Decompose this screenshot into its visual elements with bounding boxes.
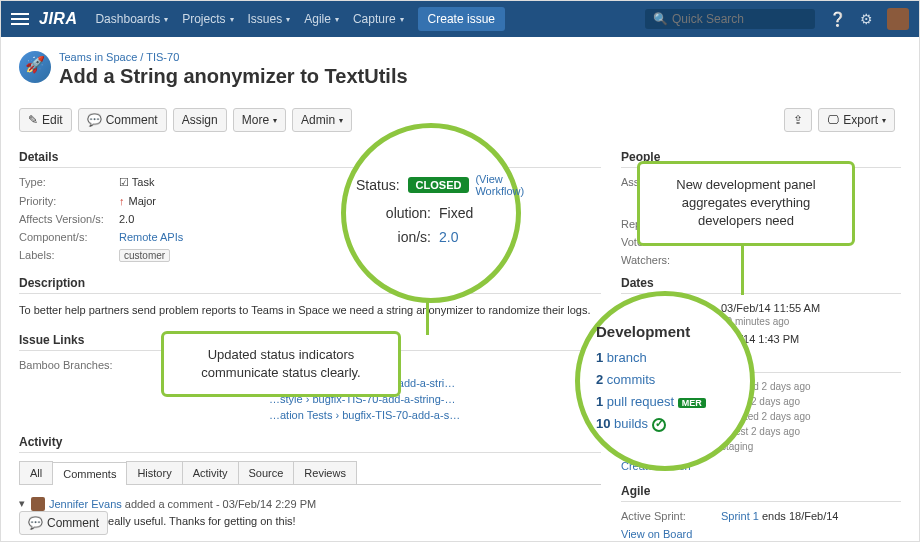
user-avatar[interactable]	[887, 8, 909, 30]
labels-label: Labels:	[19, 249, 119, 262]
affects-value: 2.0	[119, 213, 134, 225]
check-icon	[652, 418, 666, 432]
more-button[interactable]: More▾	[233, 108, 286, 132]
components-label: Component/s:	[19, 231, 119, 243]
search-icon: 🔍	[653, 12, 668, 26]
details-heading: Details	[19, 150, 601, 168]
edit-button[interactable]: ✎ Edit	[19, 108, 72, 132]
affects-label: Affects Version/s:	[19, 213, 119, 225]
callout-status-circle: Status:CLOSED(View Workflow) olution:Fix…	[341, 123, 521, 303]
view-on-board-link[interactable]: View on Board	[621, 528, 901, 540]
description-text: To better help partners send problem rep…	[19, 302, 601, 319]
chevron-down-icon: ▾	[335, 15, 339, 24]
logo-text: JIRA	[39, 10, 77, 27]
created-value: 03/Feb/14 11:55 AM	[721, 302, 820, 314]
resolution-value: Fixed	[439, 205, 473, 221]
nav-capture[interactable]: Capture▾	[353, 12, 404, 26]
sprint-link[interactable]: Sprint 1	[721, 510, 759, 522]
fixversion-label: ion/s:	[356, 229, 431, 245]
breadcrumb-key[interactable]: TIS-70	[146, 51, 179, 63]
comment-meta: added a comment - 03/Feb/14 2:29 PM	[125, 498, 316, 510]
fixversion-value[interactable]: 2.0	[439, 229, 458, 245]
resolution-label: olution:	[356, 205, 431, 221]
tab-all[interactable]: All	[19, 461, 53, 484]
dev-side-l2: Latest 2 days ago	[721, 426, 901, 437]
bamboo-link-3[interactable]: …ation Tests › bugfix-TIS-70-add-a-s…	[269, 409, 601, 421]
label-tag[interactable]: customer	[119, 249, 170, 262]
active-sprint-label: Active Sprint:	[621, 510, 721, 522]
created-rel: 30 minutes ago	[721, 316, 901, 327]
tab-source[interactable]: Source	[238, 461, 295, 484]
share-button[interactable]: ⇪	[784, 108, 812, 132]
sprint-end: ends 18/Feb/14	[762, 510, 838, 522]
admin-button[interactable]: Admin▾	[292, 108, 352, 132]
search-input[interactable]	[672, 12, 807, 26]
priority-icon: ↑	[119, 195, 125, 207]
chevron-down-icon: ▾	[400, 15, 404, 24]
nav-issues[interactable]: Issues▾	[248, 12, 291, 26]
tab-comments[interactable]: Comments	[52, 462, 127, 485]
chevron-down-icon: ▾	[286, 15, 290, 24]
chevron-down-icon: ▾	[230, 15, 234, 24]
dev-pr-row[interactable]: 1 pull request MER	[596, 394, 740, 409]
breadcrumb-project[interactable]: Teams in Space	[59, 51, 137, 63]
callout-status-text: Updated status indicators communicate st…	[161, 331, 401, 397]
activity-tabs: All Comments History Activity Source Rev…	[19, 461, 601, 485]
callout-dev-circle: Development 1 branch 2 commits 1 pull re…	[575, 291, 755, 471]
export-button[interactable]: 🖵 Export▾	[818, 108, 895, 132]
topbar: JIRA Dashboards▾ Projects▾ Issues▾ Agile…	[1, 1, 919, 37]
comment-author[interactable]: Jennifer Evans	[49, 498, 122, 510]
callout-dev-text: New development panel aggregates everyth…	[637, 161, 855, 246]
create-issue-button[interactable]: Create issue	[418, 7, 505, 31]
help-icon[interactable]: ❔	[829, 11, 846, 27]
nav-agile[interactable]: Agile▾	[304, 12, 339, 26]
dev-commits-row[interactable]: 2 commits	[596, 372, 740, 387]
tab-history[interactable]: History	[126, 461, 182, 484]
nav-dashboards[interactable]: Dashboards▾	[95, 12, 168, 26]
chevron-down-icon: ▾	[882, 116, 886, 125]
tab-activity[interactable]: Activity	[182, 461, 239, 484]
logo: JIRA	[39, 10, 77, 28]
nav-projects[interactable]: Projects▾	[182, 12, 233, 26]
quick-search[interactable]: 🔍	[645, 9, 815, 29]
type-label: Type:	[19, 176, 119, 189]
dev-builds-row[interactable]: 10 builds	[596, 416, 740, 432]
watchers-label: Watchers:	[621, 254, 721, 266]
comment-button[interactable]: 💬 Comment	[78, 108, 167, 132]
chevron-down-icon: ▾	[339, 116, 343, 125]
activity-heading: Activity	[19, 435, 601, 453]
breadcrumb: Teams in Space / TIS-70	[59, 51, 408, 63]
project-icon	[19, 51, 51, 83]
bamboo-label: Bamboo Branches:	[19, 359, 119, 371]
comment-body: This will be really useful. Thanks for g…	[47, 515, 601, 527]
agile-heading: Agile	[621, 484, 901, 502]
tab-reviews[interactable]: Reviews	[293, 461, 357, 484]
components-value[interactable]: Remote APIs	[119, 231, 183, 243]
issue-title: Add a String anonymizer to TextUtils	[59, 65, 408, 88]
menu-icon[interactable]	[11, 10, 29, 28]
comment-avatar	[31, 497, 45, 511]
chevron-down-icon: ▾	[273, 116, 277, 125]
description-heading: Description	[19, 276, 601, 294]
status-badge: CLOSED	[408, 177, 470, 193]
labels-value: customer	[119, 249, 170, 262]
type-value: ☑ Task	[119, 176, 154, 189]
priority-label: Priority:	[19, 195, 119, 207]
view-workflow-link[interactable]: (View Workflow)	[475, 173, 524, 197]
gear-icon[interactable]: ⚙	[860, 11, 873, 27]
chevron-down-icon: ▾	[164, 15, 168, 24]
status-label: Status:	[356, 177, 400, 193]
dev-panel-heading: Development	[596, 323, 740, 340]
dev-side-staging: staging	[721, 441, 901, 452]
priority-value: ↑Major	[119, 195, 156, 207]
assign-button[interactable]: Assign	[173, 108, 227, 132]
merged-badge: MER	[678, 398, 706, 408]
dev-branch-row[interactable]: 1 branch	[596, 350, 740, 365]
collapse-icon[interactable]: ▾	[19, 497, 25, 510]
comment-button-bottom[interactable]: 💬 Comment	[19, 511, 108, 535]
